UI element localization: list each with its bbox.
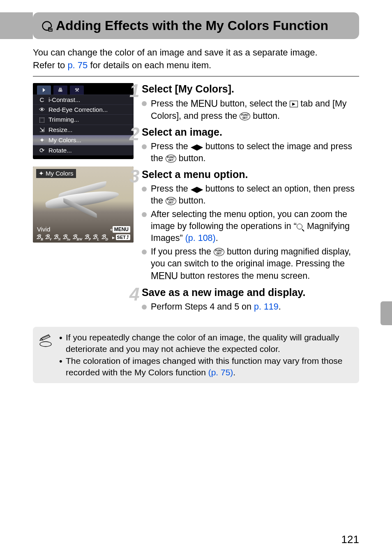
left-right-arrows-icon: ◀▶ <box>191 142 203 151</box>
bullet-dot-icon <box>142 187 147 192</box>
play-tab-icon <box>290 101 298 107</box>
page-ref-link[interactable]: p. 119 <box>254 302 279 312</box>
note-box: If you repeatedly change the color of an… <box>33 327 359 383</box>
bullet-dot-icon <box>142 212 147 217</box>
intro-paragraph: You can change the color of an image and… <box>33 46 359 72</box>
left-right-arrows-icon: ◀▶ <box>191 185 203 194</box>
bullet-dot-icon <box>142 250 147 254</box>
page-title: Adding Effects with the My Colors Functi… <box>56 18 328 33</box>
step-bullet: After selecting the menu option, you can… <box>142 208 359 244</box>
tab-play-icon <box>37 86 51 95</box>
step-bullet: Perform Steps 4 and 5 on p. 119. <box>142 301 359 313</box>
bullet-dot-icon <box>142 144 147 149</box>
step-number: 4 <box>129 284 139 305</box>
step-title: Select an image. <box>142 126 359 138</box>
menu-item: 👁Red-Eye Correction... <box>33 104 134 114</box>
step-title: Select a menu option. <box>142 169 359 180</box>
menu-item: ⇲Resize... <box>33 125 134 135</box>
pencil-note-icon <box>39 334 53 348</box>
menu-item-icon: C <box>39 96 45 103</box>
step-title: Select [My Colors]. <box>142 83 359 95</box>
side-tab <box>380 301 392 325</box>
menu-item-icon: ✦ <box>39 136 45 144</box>
step-bullet: If you press the button during magnified… <box>142 246 359 282</box>
menu-item-icon: ⇲ <box>39 126 45 134</box>
page-number: 121 <box>341 533 359 546</box>
step-bullet: Press the ◀▶ buttons to select the image… <box>142 141 359 164</box>
step-number: 2 <box>129 124 139 144</box>
vivid-screenshot: ✦My Colors Vivid ↩ MENU ℬBℬVℬNℬSeℬBWℬPℬL… <box>33 166 134 243</box>
menu-item: Ci-Contrast... <box>33 95 134 104</box>
menu-item: ⟳Rotate... <box>33 145 134 155</box>
svg-point-1 <box>40 342 51 347</box>
color-mode-icons: ℬBℬVℬNℬSeℬBWℬPℬLℬD <box>36 234 108 241</box>
menu-item: ✦My Colors... <box>33 135 134 145</box>
my-colors-icon <box>41 20 53 32</box>
tab-tools-icon: ⚒ <box>70 86 84 95</box>
step-bullet: Press the ◀▶ buttons to select an option… <box>142 183 359 207</box>
page-ref-link[interactable]: p. 75 <box>67 60 88 70</box>
menu-button-icon: MENU <box>151 271 178 281</box>
step: 2Select an image.Press the ◀▶ buttons to… <box>142 126 359 164</box>
note-item: If you repeatedly change the color of an… <box>59 332 352 355</box>
svg-rect-0 <box>49 29 52 31</box>
tab-print-icon: 🖶 <box>53 86 67 95</box>
menu-item-label: Rotate... <box>48 147 72 154</box>
step-bullet: Press the MENU button, select the tab an… <box>142 97 359 122</box>
divider <box>33 76 359 76</box>
menu-item-label: Trimming... <box>48 116 79 123</box>
menu-item-icon: ⬚ <box>39 116 45 123</box>
page-ref-link[interactable]: (p. 75) <box>208 368 233 377</box>
vivid-title-label: ✦My Colors <box>36 169 76 178</box>
step: 4Save as a new image and display.Perform… <box>142 287 359 313</box>
menu-screenshot: 🖶 ⚒ Ci-Contrast...👁Red-Eye Correction...… <box>33 83 134 159</box>
bullet-dot-icon <box>142 305 147 310</box>
menu-item-label: Resize... <box>48 126 72 133</box>
set-badge: SET⤴ <box>116 234 130 240</box>
menu-item-label: Red-Eye Correction... <box>48 106 108 113</box>
func-set-button-icon <box>214 248 224 256</box>
menu-item-label: i-Contrast... <box>48 96 81 103</box>
vivid-mode-label: Vivid <box>37 226 50 233</box>
menu-item-label: My Colors... <box>48 136 81 143</box>
step-title: Save as a new image and display. <box>142 287 359 298</box>
func-set-button-icon <box>240 112 250 120</box>
menu-badge: MENU <box>113 226 130 233</box>
step-number: 1 <box>129 81 139 101</box>
menu-item: ⬚Trimming... <box>33 114 134 125</box>
func-set-button-icon <box>166 197 176 205</box>
page-header: Adding Effects with the My Colors Functi… <box>33 12 359 39</box>
menu-button-icon: MENU <box>191 98 218 109</box>
magnify-icon <box>297 221 304 231</box>
note-item: The coloration of images changed with th… <box>59 355 352 379</box>
page-ref-link[interactable]: (p. 108) <box>185 233 216 243</box>
step: 3Select a menu option.Press the ◀▶ butto… <box>142 169 359 282</box>
func-set-button-icon <box>166 155 176 163</box>
menu-item-icon: 👁 <box>39 106 45 113</box>
step-number: 3 <box>129 166 139 187</box>
menu-item-icon: ⟳ <box>39 147 45 154</box>
step: 1Select [My Colors].Press the MENU butto… <box>142 83 359 122</box>
bullet-dot-icon <box>142 101 147 106</box>
